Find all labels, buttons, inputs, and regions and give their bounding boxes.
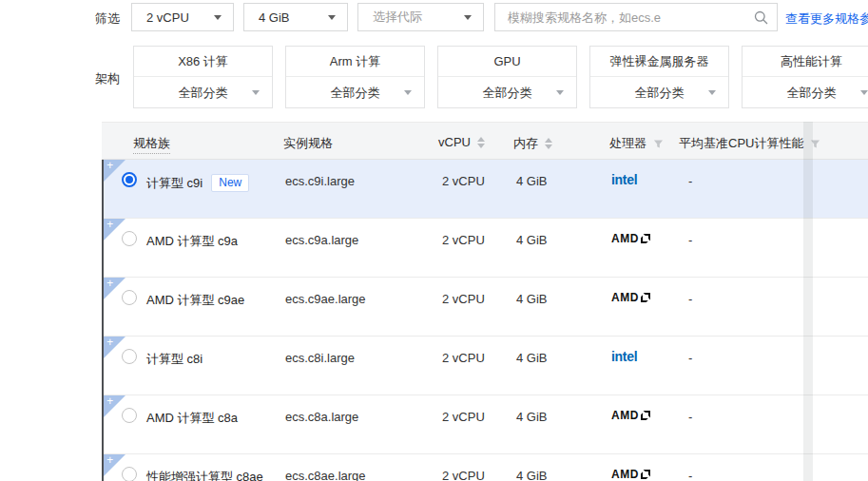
- family-label: AMD 计算型 c9a: [146, 233, 238, 250]
- arch-tab-arm[interactable]: Arm 计算: [286, 47, 424, 77]
- memory-value: 4 GiB: [516, 351, 548, 365]
- vcpu-value: 2 vCPU: [442, 410, 485, 424]
- instance-type-picker: 筛选 2 vCPU 4 GiB 选择代际 查看更多规格参数 架构 X86 计算 …: [0, 0, 868, 481]
- amd-logo: AMD: [611, 468, 650, 481]
- amd-arrow-icon: [641, 293, 650, 302]
- arch-category-value: 全部分类: [179, 85, 228, 102]
- baseline-value: -: [688, 292, 692, 306]
- search-icon[interactable]: [754, 10, 768, 25]
- generation-dropdown[interactable]: 选择代际: [357, 3, 484, 31]
- spec-search-box: [494, 3, 778, 31]
- spec-value: ecs.c9ae.large: [285, 292, 366, 306]
- family-label: AMD 计算型 c8a: [146, 410, 238, 427]
- baseline-value: -: [688, 351, 692, 365]
- intel-logo: intel: [611, 172, 637, 187]
- family-label: 计算型 c9iNew: [146, 174, 249, 192]
- table-row-c9ae[interactable]: AMD 计算型 c9ae ecs.c9ae.large 2 vCPU 4 GiB…: [104, 278, 868, 337]
- architecture-label: 架构: [95, 70, 120, 87]
- caret-down-icon: [404, 90, 412, 95]
- spec-value: ecs.c8ae.large: [285, 469, 366, 481]
- spec-value: ecs.c9i.large: [285, 174, 355, 188]
- arch-category-value: 全部分类: [331, 85, 380, 102]
- vcpu-value: 2 vCPU: [442, 469, 485, 481]
- arch-card-arm: Arm 计算 全部分类: [285, 46, 425, 108]
- memory-value: 4 GiB: [516, 292, 548, 306]
- family-label: AMD 计算型 c9ae: [146, 292, 244, 309]
- arch-category-value: 全部分类: [635, 85, 685, 102]
- radio-c8a[interactable]: [122, 408, 137, 423]
- spec-value: ecs.c9a.large: [285, 233, 358, 247]
- arch-tab-x86[interactable]: X86 计算: [134, 47, 272, 77]
- family-label: 性能增强计算型 c8ae: [146, 469, 263, 481]
- sort-icon[interactable]: [477, 137, 485, 148]
- family-label: 计算型 c8i: [146, 351, 203, 368]
- arch-category-value: 全部分类: [483, 85, 532, 102]
- baseline-value: -: [688, 410, 692, 424]
- table-row-c9a[interactable]: AMD 计算型 c9a ecs.c9a.large 2 vCPU 4 GiB A…: [104, 219, 868, 278]
- amd-arrow-icon: [641, 470, 650, 479]
- caret-down-icon: [860, 90, 868, 95]
- vcpu-dropdown-value: 2 vCPU: [146, 10, 206, 25]
- view-more-specs-link[interactable]: 查看更多规格参数: [785, 10, 868, 28]
- table-row-c8i[interactable]: 计算型 c8i ecs.c8i.large 2 vCPU 4 GiB intel…: [104, 337, 868, 395]
- memory-value: 4 GiB: [516, 469, 548, 481]
- memory-dropdown[interactable]: 4 GiB: [243, 3, 348, 31]
- baseline-value: -: [688, 469, 692, 481]
- radio-c9i[interactable]: [122, 172, 137, 187]
- table-row-c9i[interactable]: 计算型 c9iNew ecs.c9i.large 2 vCPU 4 GiB in…: [104, 160, 868, 219]
- arch-card-x86: X86 计算 全部分类: [133, 46, 273, 108]
- baseline-value: -: [688, 233, 692, 247]
- table-row-c8ae[interactable]: 性能增强计算型 c8ae ecs.c8ae.large 2 vCPU 4 GiB…: [104, 454, 868, 481]
- table-row-c8a[interactable]: AMD 计算型 c8a ecs.c8a.large 2 vCPU 4 GiB A…: [104, 395, 868, 454]
- radio-c8i[interactable]: [122, 349, 137, 364]
- generation-dropdown-placeholder: 选择代际: [373, 9, 456, 26]
- col-header-spec: 实例规格: [283, 135, 333, 152]
- sort-icon[interactable]: [545, 138, 552, 149]
- arch-category-dropdown[interactable]: 全部分类: [438, 77, 576, 108]
- memory-dropdown-value: 4 GiB: [259, 10, 320, 25]
- caret-down-icon: [556, 90, 564, 95]
- col-header-memory: 内存: [513, 135, 552, 152]
- caret-down-icon: [328, 15, 336, 20]
- scrollbar-track[interactable]: [803, 122, 813, 481]
- arch-category-dropdown[interactable]: 全部分类: [743, 77, 868, 108]
- vcpu-dropdown[interactable]: 2 vCPU: [131, 3, 234, 31]
- arch-category-dropdown[interactable]: 全部分类: [286, 77, 424, 108]
- arch-tab-gpu[interactable]: GPU: [438, 47, 576, 77]
- radio-c9ae[interactable]: [122, 290, 137, 305]
- radio-c8ae[interactable]: [122, 467, 137, 481]
- col-header-vcpu: vCPU: [438, 135, 485, 149]
- memory-value: 4 GiB: [516, 410, 548, 424]
- caret-down-icon: [708, 90, 716, 95]
- vcpu-value: 2 vCPU: [442, 233, 485, 247]
- spec-value: ecs.c8i.large: [285, 351, 355, 365]
- caret-down-icon: [464, 15, 472, 20]
- amd-logo: AMD: [611, 291, 650, 304]
- amd-logo: AMD: [611, 232, 650, 245]
- baseline-value: -: [688, 174, 692, 188]
- arch-tab-baremetal[interactable]: 弹性裸金属服务器: [590, 47, 728, 77]
- vcpu-value: 2 vCPU: [442, 292, 485, 306]
- vcpu-value: 2 vCPU: [442, 351, 485, 365]
- spec-table: 规格族 实例规格 vCPU 内存 处理器 平均基准CPU计算性能: [102, 122, 868, 481]
- arch-category-dropdown[interactable]: 全部分类: [134, 77, 272, 108]
- radio-c9a[interactable]: [122, 231, 137, 246]
- search-input[interactable]: [495, 10, 754, 25]
- vcpu-value: 2 vCPU: [442, 174, 485, 188]
- filter-label: 筛选: [95, 10, 120, 28]
- new-badge: New: [211, 174, 249, 192]
- arch-tab-hpc[interactable]: 高性能计算: [743, 47, 868, 77]
- memory-value: 4 GiB: [516, 174, 548, 188]
- arch-card-baremetal: 弹性裸金属服务器 全部分类: [589, 46, 729, 108]
- col-header-processor: 处理器: [609, 135, 664, 152]
- amd-logo: AMD: [611, 409, 650, 422]
- filter-funnel-icon[interactable]: [653, 139, 664, 149]
- arch-card-gpu: GPU 全部分类: [437, 46, 577, 108]
- arch-category-dropdown[interactable]: 全部分类: [590, 77, 728, 108]
- caret-down-icon: [252, 90, 260, 95]
- arch-category-value: 全部分类: [787, 85, 837, 102]
- col-header-family: 规格族: [133, 135, 170, 154]
- arch-card-hpc: 高性能计算 全部分类: [742, 46, 868, 108]
- table-body: 计算型 c9iNew ecs.c9i.large 2 vCPU 4 GiB in…: [102, 160, 868, 481]
- caret-down-icon: [214, 15, 222, 20]
